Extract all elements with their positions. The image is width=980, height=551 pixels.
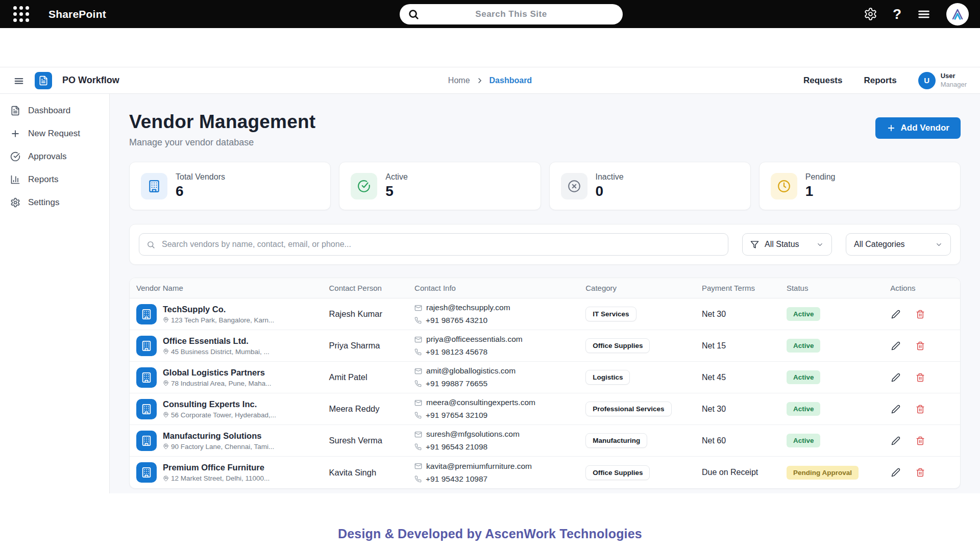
sidebar-item-dashboard[interactable]: Dashboard <box>0 99 109 122</box>
status-badge: Active <box>787 307 821 321</box>
building-icon <box>136 304 157 324</box>
breadcrumb-current[interactable]: Dashboard <box>489 76 532 85</box>
sidebar-toggle-icon[interactable] <box>13 75 24 86</box>
category-badge: Logistics <box>585 370 630 385</box>
sidebar-item-settings[interactable]: Settings <box>0 191 109 214</box>
sidebar-item-approvals[interactable]: Approvals <box>0 145 109 168</box>
contact-email[interactable]: suresh@mfgsolutions.com <box>426 430 520 439</box>
stat-value: 0 <box>596 183 624 199</box>
payment-terms: Net 30 <box>702 310 787 319</box>
status-badge: Pending Approval <box>787 466 859 480</box>
page-title: Vendor Management <box>129 111 315 133</box>
building-icon <box>136 462 157 483</box>
nav-reports[interactable]: Reports <box>864 76 896 86</box>
category-badge: Office Supplies <box>585 338 650 353</box>
breadcrumb-home[interactable]: Home <box>448 76 470 85</box>
user-menu[interactable]: U User Manager <box>918 72 967 89</box>
help-icon[interactable]: ? <box>893 7 901 21</box>
contact-person: Meera Reddy <box>329 404 414 414</box>
contact-email[interactable]: amit@globallogistics.com <box>426 366 516 375</box>
delete-button[interactable] <box>915 467 926 478</box>
vendor-address: 123 Tech Park, Bangalore, Karn... <box>171 316 274 324</box>
contact-person: Priya Sharma <box>329 341 414 350</box>
contact-phone[interactable]: +91 96543 21098 <box>426 442 487 452</box>
contact-phone[interactable]: +91 95432 10987 <box>426 474 487 484</box>
hamburger-icon[interactable] <box>917 7 931 21</box>
category-badge: Professional Services <box>585 402 671 416</box>
footer-credit: Design & Developed by AscenWork Technolo… <box>338 527 642 541</box>
contact-email[interactable]: kavita@premiumfurniture.com <box>426 462 532 471</box>
sidebar-item-label: Approvals <box>28 152 67 162</box>
contact-phone[interactable]: +91 98765 43210 <box>426 316 487 325</box>
delete-button[interactable] <box>915 309 926 320</box>
sidebar-item-new-request[interactable]: New Request <box>0 122 109 145</box>
pin-icon <box>163 412 169 418</box>
stat-card-total-vendors: Total Vendors 6 <box>129 162 331 210</box>
sidebar: Dashboard New Request Approvals Reports … <box>0 94 110 493</box>
contact-email[interactable]: meera@consultingexperts.com <box>426 398 535 407</box>
add-vendor-button[interactable]: Add Vendor <box>875 117 961 139</box>
user-avatar[interactable]: U <box>918 72 936 89</box>
chevron-down-icon <box>935 241 943 248</box>
delete-button[interactable] <box>915 372 926 383</box>
contact-email[interactable]: rajesh@techsupply.com <box>426 303 510 312</box>
building-icon <box>141 173 167 199</box>
envelope-icon <box>414 431 422 438</box>
site-search[interactable] <box>400 4 623 24</box>
stat-label: Total Vendors <box>176 172 225 182</box>
search-icon <box>408 9 419 20</box>
phone-icon <box>414 317 422 324</box>
col-payment-terms: Payment Terms <box>702 284 787 292</box>
company-logo-avatar[interactable] <box>946 3 969 26</box>
app-header: PO Workflow Home Dashboard Requests Repo… <box>0 67 980 94</box>
stat-label: Active <box>385 172 408 182</box>
nav-requests[interactable]: Requests <box>803 76 843 86</box>
stat-card-active: Active 5 <box>339 162 541 210</box>
envelope-icon <box>414 399 422 407</box>
edit-button[interactable] <box>890 340 901 352</box>
building-icon <box>136 367 157 388</box>
payment-terms: Net 30 <box>702 405 787 414</box>
edit-button[interactable] <box>890 467 901 478</box>
check-circle-icon <box>10 152 20 162</box>
delete-button[interactable] <box>915 340 926 352</box>
edit-button[interactable] <box>890 435 901 446</box>
col-status: Status <box>787 284 890 292</box>
check-circle-icon <box>351 173 377 199</box>
status-filter-value: All Status <box>765 240 799 249</box>
vendor-name: Manufacturing Solutions <box>163 431 274 441</box>
stat-value: 5 <box>385 183 408 199</box>
category-badge: Office Supplies <box>585 465 650 480</box>
edit-button[interactable] <box>890 404 901 415</box>
app-logo-icon[interactable] <box>35 72 52 89</box>
vendor-address: 45 Business District, Mumbai, ... <box>171 348 270 356</box>
contact-email[interactable]: priya@officeessentials.com <box>426 335 523 344</box>
site-search-input[interactable] <box>400 4 623 24</box>
delete-button[interactable] <box>915 435 926 446</box>
chevron-right-icon <box>476 77 483 84</box>
vendor-search-input[interactable] <box>139 233 728 256</box>
edit-button[interactable] <box>890 309 901 320</box>
pin-icon <box>163 475 169 482</box>
gear-icon[interactable] <box>864 7 877 21</box>
sidebar-item-label: New Request <box>28 129 80 139</box>
contact-phone[interactable]: +91 99887 76655 <box>426 379 487 388</box>
table-row: Consulting Experts Inc. 56 Corporate Tow… <box>130 393 960 425</box>
col-category: Category <box>585 284 702 292</box>
delete-button[interactable] <box>915 404 926 415</box>
stat-value: 6 <box>176 183 225 199</box>
status-filter-dropdown[interactable]: All Status <box>742 233 832 256</box>
envelope-icon <box>414 304 422 312</box>
vendor-address: 56 Corporate Tower, Hyderabad,... <box>171 411 276 419</box>
vendor-address: 78 Industrial Area, Pune, Maha... <box>171 380 272 387</box>
table-row: Global Logistics Partners 78 Industrial … <box>130 362 960 393</box>
contact-phone[interactable]: +91 98123 45678 <box>426 347 487 357</box>
vendor-address: 90 Factory Lane, Chennai, Tami... <box>171 443 274 450</box>
contact-phone[interactable]: +91 97654 32109 <box>426 411 487 420</box>
category-filter-dropdown[interactable]: All Categories <box>846 233 951 256</box>
waffle-icon[interactable] <box>13 6 29 22</box>
phone-icon <box>414 475 422 483</box>
edit-button[interactable] <box>890 372 901 383</box>
sidebar-item-reports[interactable]: Reports <box>0 168 109 191</box>
vendor-table: Vendor Name Contact Person Contact Info … <box>129 278 961 489</box>
